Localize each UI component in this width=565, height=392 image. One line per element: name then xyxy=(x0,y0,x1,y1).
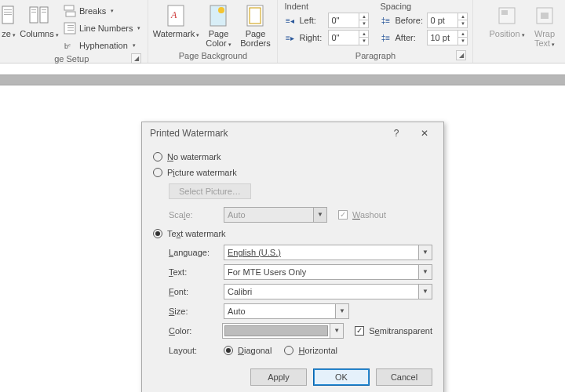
svg-text:A: A xyxy=(170,9,177,20)
indent-left-label: Left: xyxy=(299,16,326,25)
color-label: Color: xyxy=(169,326,216,336)
page-borders-label: Page Borders xyxy=(240,29,271,48)
group-paragraph: Indent ≡◂ Left: 0"▲▼ ≡▸ Right: 0"▲▼ Spac… xyxy=(278,0,473,63)
indent-right-spinner[interactable]: 0"▲▼ xyxy=(328,30,369,45)
chevron-down-icon[interactable]: ▼ xyxy=(418,265,432,279)
color-swatch xyxy=(224,325,328,336)
spacing-before-label: Before: xyxy=(395,16,425,25)
position-button[interactable]: Position▾ xyxy=(488,2,526,40)
chevron-down-icon[interactable]: ▼ xyxy=(418,285,432,299)
line-numbers-label: Line Numbers xyxy=(79,24,133,33)
breaks-label: Breaks xyxy=(79,6,106,16)
checkbox-icon: ✓ xyxy=(338,210,348,220)
svg-rect-14 xyxy=(67,27,74,28)
indent-left-icon: ≡◂ xyxy=(282,16,297,25)
indent-left-spinner[interactable]: 0"▲▼ xyxy=(328,13,369,28)
language-label: Language: xyxy=(169,248,217,257)
no-watermark-label: o watermark xyxy=(173,152,221,162)
apply-button[interactable]: Apply xyxy=(250,368,307,386)
select-picture-button: Select Picture… xyxy=(169,183,251,199)
text-combo[interactable]: For MTE Users Only ▼ xyxy=(224,264,432,280)
document-area-top xyxy=(0,64,565,74)
paragraph-group-label: Paragraph xyxy=(355,51,396,60)
svg-rect-6 xyxy=(31,9,36,10)
help-button[interactable]: ? xyxy=(382,124,410,143)
paragraph-dialog-launcher[interactable]: ◢ xyxy=(456,50,466,60)
svg-rect-7 xyxy=(31,12,36,13)
spinner-up-icon[interactable]: ▲ xyxy=(359,31,368,38)
color-combo[interactable]: ▼ xyxy=(222,323,344,339)
spinner-down-icon[interactable]: ▼ xyxy=(458,20,467,27)
cancel-button[interactable]: Cancel xyxy=(376,368,432,386)
checkbox-icon: ✓ xyxy=(355,326,364,336)
columns-button[interactable]: Columns▾ xyxy=(20,2,58,40)
spinner-down-icon[interactable]: ▼ xyxy=(359,20,368,27)
indent-right-value: 0" xyxy=(329,33,359,42)
watermark-icon: A xyxy=(163,3,188,28)
wrap-text-button[interactable]: Wrap Text▾ xyxy=(529,2,560,49)
ribbon: ze▾ Columns▾ Breaks▾ Line Numbers▾ bᶜ xyxy=(0,0,565,64)
washout-checkbox: ✓ Washout xyxy=(338,207,386,223)
page-setup-dialog-launcher[interactable]: ◢ xyxy=(131,53,141,64)
dialog-title: Printed Watermark xyxy=(150,128,228,139)
spacing-before-spinner[interactable]: 0 pt▲▼ xyxy=(427,13,468,28)
scale-label: Scale: xyxy=(169,210,217,220)
semitransparent-checkbox[interactable]: ✓ Semitransparent xyxy=(355,323,432,339)
spacing-after-value: 10 pt xyxy=(428,33,457,42)
breaks-button[interactable]: Breaks▾ xyxy=(61,3,143,19)
svg-rect-13 xyxy=(67,25,74,26)
radio-horizontal[interactable]: Horizontal xyxy=(284,343,337,358)
spinner-up-icon[interactable]: ▲ xyxy=(458,13,467,20)
close-button[interactable]: ✕ xyxy=(410,124,439,143)
spacing-before-value: 0 pt xyxy=(428,16,457,25)
spinner-up-icon[interactable]: ▲ xyxy=(458,31,467,38)
chevron-down-icon[interactable]: ▼ xyxy=(418,245,432,260)
scale-value: Auto xyxy=(224,210,313,220)
font-label: Font: xyxy=(169,287,217,296)
group-page-background: A Watermark▾ Page Color▾ Page Borders Pa… xyxy=(148,0,278,63)
svg-rect-24 xyxy=(501,10,508,15)
position-label: Position xyxy=(489,29,519,38)
ok-button[interactable]: OK xyxy=(313,368,370,386)
hyphenation-label: Hyphenation xyxy=(79,41,128,50)
spinner-down-icon[interactable]: ▼ xyxy=(458,38,467,45)
spacing-after-icon: ‡≡ xyxy=(378,34,392,42)
radio-no-watermark[interactable]: No watermark xyxy=(153,149,432,165)
spacing-after-spinner[interactable]: 10 pt▲▼ xyxy=(427,30,468,45)
radio-icon xyxy=(153,168,162,177)
radio-icon xyxy=(284,346,293,355)
indent-header: Indent xyxy=(282,2,369,11)
line-numbers-button[interactable]: Line Numbers▾ xyxy=(61,20,143,36)
chevron-down-icon[interactable]: ▼ xyxy=(335,304,348,318)
radio-picture-watermark[interactable]: Picture watermark xyxy=(153,165,432,180)
size-combo[interactable]: Auto ▼ xyxy=(224,303,349,319)
hyphenation-button[interactable]: bᶜ Hyphenation▾ xyxy=(61,38,143,53)
spinner-up-icon[interactable]: ▲ xyxy=(359,13,368,20)
watermark-button[interactable]: A Watermark▾ xyxy=(153,2,199,40)
language-combo[interactable]: English (U.S.) ▼ xyxy=(224,245,432,260)
page-color-label: Page Color xyxy=(206,29,228,48)
wrap-text-icon xyxy=(532,3,557,28)
chevron-down-icon: ▾ xyxy=(111,8,114,14)
radio-text-watermark[interactable]: Text watermark xyxy=(153,226,432,241)
hyphenation-icon: bᶜ xyxy=(64,39,76,52)
font-combo[interactable]: Calibri ▼ xyxy=(224,284,432,299)
svg-rect-1 xyxy=(4,9,12,10)
radio-diagonal[interactable]: Diagonal xyxy=(224,343,272,358)
size-value: Auto xyxy=(224,307,335,316)
chevron-down-icon[interactable]: ▼ xyxy=(330,324,343,338)
chevron-down-icon: ▾ xyxy=(133,42,136,49)
line-numbers-icon xyxy=(64,22,76,34)
layout-label: Layout: xyxy=(169,346,217,355)
page-borders-icon xyxy=(242,3,268,28)
scale-combo: Auto ▼ xyxy=(224,207,327,223)
svg-rect-11 xyxy=(66,12,75,16)
spinner-down-icon[interactable]: ▼ xyxy=(359,38,368,45)
watermark-label: Watermark xyxy=(153,29,195,38)
spacing-before-icon: ‡≡ xyxy=(378,16,392,25)
page-borders-button[interactable]: Page Borders xyxy=(238,2,272,48)
chevron-down-icon: ▾ xyxy=(228,42,231,47)
indent-right-label: Right: xyxy=(299,33,326,42)
page-color-button[interactable]: Page Color▾ xyxy=(202,2,235,49)
size-button[interactable]: ze▾ xyxy=(0,2,17,40)
